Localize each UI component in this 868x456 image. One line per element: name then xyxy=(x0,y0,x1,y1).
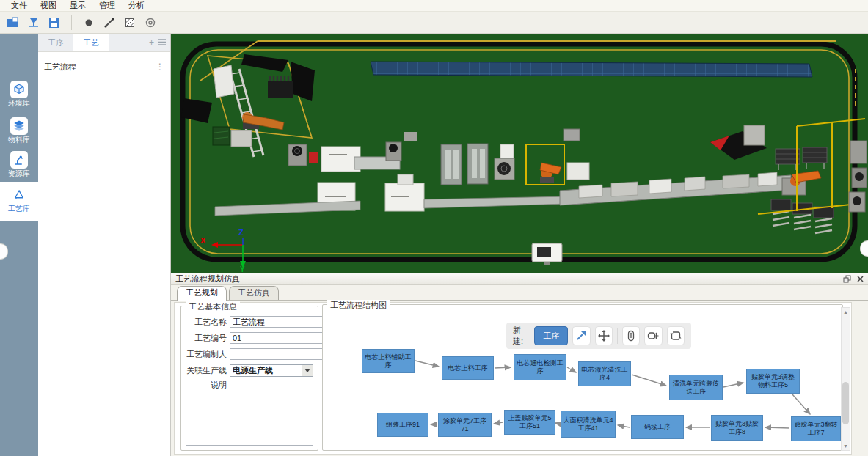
process-author-label: 工艺编制人 xyxy=(184,349,227,360)
flow-node[interactable]: 贴胶单元3翻转工序7 xyxy=(791,416,841,441)
blue-panel-array xyxy=(371,62,812,77)
flow-node[interactable]: 上盖贴胶单元5工序51 xyxy=(504,410,555,435)
process-panel: 工艺流程规划仿真 工艺规划 工艺仿真 工艺基本信息 工艺名称 工艺编号 xyxy=(171,273,868,456)
open-button[interactable] xyxy=(4,14,23,32)
process-name-label: 工艺名称 xyxy=(184,317,227,328)
tab-procedure[interactable]: 工序 xyxy=(38,34,73,51)
factory-scene: X Z Y xyxy=(171,34,868,273)
flow-node[interactable]: 电芯上料辅助工序 xyxy=(362,349,415,373)
scroll-up-icon[interactable]: ▲ xyxy=(842,308,850,316)
kebab-menu-icon[interactable]: ⋮ xyxy=(156,62,164,72)
dropdown-caret-icon xyxy=(302,365,313,376)
flow-node[interactable]: 贴胶单元3调整物料工序5 xyxy=(746,369,800,394)
rail-item-process[interactable]: 工艺库 xyxy=(0,182,38,221)
cube-icon xyxy=(12,83,26,96)
add-icon[interactable]: + xyxy=(149,39,154,46)
main-toolbar xyxy=(0,12,868,34)
flow-node[interactable]: 电芯上料工序 xyxy=(442,356,494,380)
publish-button[interactable] xyxy=(24,14,43,32)
production-line-select[interactable]: 电源生产线 xyxy=(230,364,313,377)
process-info-group-title: 工艺基本信息 xyxy=(186,301,240,312)
rail-item-material[interactable]: 物料库 xyxy=(0,116,38,150)
menu-icon[interactable] xyxy=(158,39,166,46)
flow-scrollbar[interactable]: ▲ ▼ xyxy=(841,307,850,451)
rail-label: 物料库 xyxy=(0,136,38,144)
menu-display[interactable]: 显示 xyxy=(63,0,92,11)
open-icon xyxy=(7,17,20,29)
rail-label: 资源库 xyxy=(0,169,38,178)
rail-item-environment[interactable]: 环境库 xyxy=(0,79,38,113)
process-panel-content: 工艺基本信息 工艺名称 工艺编号 工艺编制人 关联生产线 电源生产线 xyxy=(174,302,852,455)
process-number-label: 工艺编号 xyxy=(184,333,227,344)
flow-node[interactable]: 贴胶单元3贴胶工序8 xyxy=(711,415,763,441)
production-line-label: 关联生产线 xyxy=(184,365,227,376)
tree-item-process-flow[interactable]: 工艺流程 ⋮ xyxy=(38,58,170,76)
scroll-thumb[interactable] xyxy=(842,382,849,424)
flow-node[interactable]: 码垛工序 xyxy=(631,415,684,439)
line-tool-button[interactable] xyxy=(100,14,119,32)
flow-node[interactable]: 组装工序91 xyxy=(377,413,428,437)
app-window: 文件 视图 显示 管理 分析 环境库 xyxy=(0,0,868,456)
rail-label: 工艺库 xyxy=(0,205,38,213)
area-tool-button[interactable] xyxy=(120,14,139,32)
axis-x-label: X xyxy=(200,236,206,245)
tab-process-planning[interactable]: 工艺规划 xyxy=(177,286,227,301)
toolbar-separator xyxy=(71,15,72,30)
point-tool-button[interactable] xyxy=(79,14,98,32)
area-tool-icon xyxy=(124,17,136,29)
publish-icon xyxy=(27,17,40,29)
right-collapse-handle[interactable] xyxy=(860,240,868,257)
left-panel-tabs: 工序 工艺 + xyxy=(38,34,170,52)
save-button[interactable] xyxy=(45,14,64,32)
rail-item-resource[interactable]: 资源库 xyxy=(0,150,38,183)
flow-node[interactable]: 电芯通电检测工序 xyxy=(514,354,566,380)
process-panel-titlebar: 工艺流程规划仿真 xyxy=(171,273,868,285)
production-line-value: 电源生产线 xyxy=(233,365,273,376)
viewport-3d[interactable]: X Z Y xyxy=(171,34,868,273)
menu-view[interactable]: 视图 xyxy=(34,0,63,11)
save-icon xyxy=(48,17,60,29)
line-tool-icon xyxy=(103,17,115,29)
tab-process[interactable]: 工艺 xyxy=(73,34,109,51)
menu-manage[interactable]: 管理 xyxy=(92,0,122,11)
control-pedestal xyxy=(532,243,562,265)
tab-process-simulation[interactable]: 工艺仿真 xyxy=(229,286,279,300)
float-icon[interactable] xyxy=(843,275,851,283)
menu-file[interactable]: 文件 xyxy=(4,0,34,11)
target-tool-icon xyxy=(145,17,156,29)
scroll-down-icon[interactable]: ▼ xyxy=(842,442,850,450)
menu-bar: 文件 视图 显示 管理 分析 xyxy=(0,0,868,12)
flow-node[interactable]: 大面积清洗单元4工序41 xyxy=(561,411,616,438)
menu-analyze[interactable]: 分析 xyxy=(122,0,151,11)
flow-node[interactable]: 清洗单元跨装传送工序 xyxy=(669,375,723,400)
left-panel: 工序 工艺 + 工艺流程 ⋮ xyxy=(38,34,171,456)
process-info-group: 工艺基本信息 工艺名称 工艺编号 工艺编制人 关联生产线 电源生产线 xyxy=(180,306,318,451)
target-tool-button[interactable] xyxy=(141,14,160,32)
description-textarea[interactable] xyxy=(186,389,313,446)
axis-z-label: Z xyxy=(238,228,244,237)
rail-label: 环境库 xyxy=(0,99,38,108)
axis-y-label: Y xyxy=(240,265,245,273)
flow-node[interactable]: 涂胶单元7工序71 xyxy=(438,413,492,437)
recycle-icon xyxy=(12,188,26,202)
tree-item-label: 工艺流程 xyxy=(44,62,76,73)
flow-node[interactable]: 电芯激光清洗工序4 xyxy=(578,361,631,386)
process-panel-tabs: 工艺规划 工艺仿真 xyxy=(171,285,868,301)
flow-structure-group: 工艺流程结构图 新建: 工序 xyxy=(322,304,843,451)
point-tool-icon xyxy=(83,17,95,29)
robot-arm-icon xyxy=(12,153,26,166)
close-icon[interactable] xyxy=(857,276,864,282)
layers-icon xyxy=(12,119,26,133)
process-panel-title: 工艺流程规划仿真 xyxy=(175,273,240,284)
